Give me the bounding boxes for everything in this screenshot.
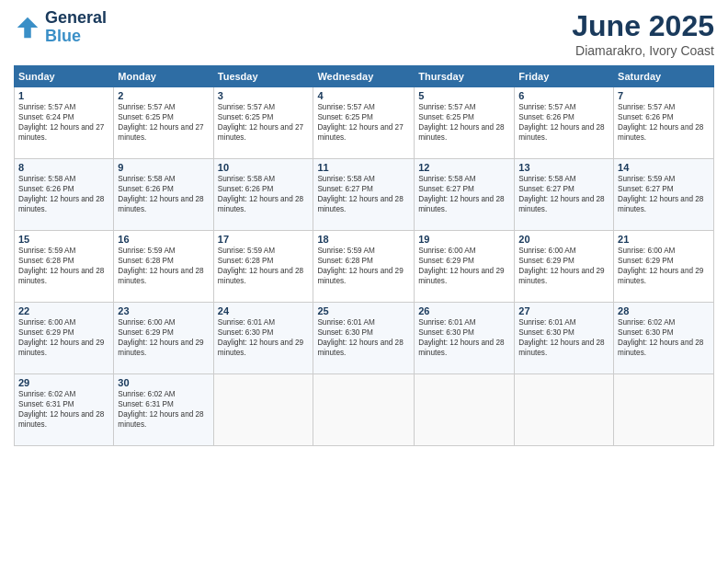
location: Diamarakro, Ivory Coast (572, 43, 714, 58)
day-cell-10: 10 Sunrise: 5:58 AM Sunset: 6:26 PM Dayl… (213, 159, 313, 231)
day-info: Sunrise: 5:58 AM Sunset: 6:27 PM Dayligh… (317, 174, 410, 214)
title-section: June 2025 Diamarakro, Ivory Coast (572, 9, 714, 58)
day-info: Sunrise: 6:00 AM Sunset: 6:29 PM Dayligh… (418, 246, 510, 286)
day-info: Sunrise: 5:57 AM Sunset: 6:25 PM Dayligh… (418, 102, 510, 143)
day-info: Sunrise: 5:58 AM Sunset: 6:27 PM Dayligh… (418, 174, 510, 214)
day-number: 1 (18, 90, 109, 101)
day-info: Sunrise: 5:57 AM Sunset: 6:25 PM Dayligh… (317, 102, 410, 143)
logo-icon (14, 14, 41, 41)
day-info: Sunrise: 5:57 AM Sunset: 6:26 PM Dayligh… (618, 102, 710, 143)
empty-cell (313, 374, 415, 446)
day-cell-2: 2 Sunrise: 5:57 AM Sunset: 6:25 PM Dayli… (114, 87, 213, 159)
day-number: 21 (618, 234, 710, 245)
day-number: 18 (317, 234, 410, 245)
day-cell-12: 12 Sunrise: 5:58 AM Sunset: 6:27 PM Dayl… (415, 159, 515, 231)
day-number: 7 (618, 90, 710, 101)
page: General Blue June 2025 Diamarakro, Ivory… (0, 0, 728, 563)
day-info: Sunrise: 5:58 AM Sunset: 6:26 PM Dayligh… (18, 174, 109, 214)
svg-marker-0 (17, 17, 39, 39)
empty-cell (614, 374, 714, 446)
day-cell-30: 30 Sunrise: 6:02 AM Sunset: 6:31 PM Dayl… (114, 374, 213, 446)
day-info: Sunrise: 5:59 AM Sunset: 6:27 PM Dayligh… (618, 174, 710, 214)
day-info: Sunrise: 6:00 AM Sunset: 6:29 PM Dayligh… (518, 246, 609, 286)
day-cell-27: 27 Sunrise: 6:01 AM Sunset: 6:30 PM Dayl… (515, 303, 614, 374)
col-friday: Friday (515, 66, 614, 87)
day-cell-28: 28 Sunrise: 6:02 AM Sunset: 6:30 PM Dayl… (614, 303, 714, 374)
day-info: Sunrise: 5:57 AM Sunset: 6:24 PM Dayligh… (18, 102, 109, 143)
calendar-row-5: 29 Sunrise: 6:02 AM Sunset: 6:31 PM Dayl… (15, 374, 714, 446)
day-cell-29: 29 Sunrise: 6:02 AM Sunset: 6:31 PM Dayl… (15, 374, 114, 446)
day-info: Sunrise: 6:01 AM Sunset: 6:30 PM Dayligh… (218, 317, 310, 358)
day-cell-24: 24 Sunrise: 6:01 AM Sunset: 6:30 PM Dayl… (213, 303, 313, 374)
day-info: Sunrise: 6:01 AM Sunset: 6:30 PM Dayligh… (518, 317, 609, 358)
day-cell-9: 9 Sunrise: 5:58 AM Sunset: 6:26 PM Dayli… (114, 159, 213, 231)
day-number: 19 (418, 234, 510, 245)
day-cell-26: 26 Sunrise: 6:01 AM Sunset: 6:30 PM Dayl… (415, 303, 515, 374)
day-cell-15: 15 Sunrise: 5:59 AM Sunset: 6:28 PM Dayl… (15, 231, 114, 303)
header: General Blue June 2025 Diamarakro, Ivory… (14, 9, 714, 58)
day-number: 6 (518, 90, 609, 101)
empty-cell (213, 374, 313, 446)
day-cell-1: 1 Sunrise: 5:57 AM Sunset: 6:24 PM Dayli… (15, 87, 114, 159)
col-sunday: Sunday (15, 66, 114, 87)
logo-text: General Blue (45, 9, 107, 46)
day-number: 27 (518, 305, 609, 316)
day-info: Sunrise: 6:01 AM Sunset: 6:30 PM Dayligh… (317, 317, 410, 358)
col-saturday: Saturday (614, 66, 714, 87)
day-number: 13 (518, 162, 609, 173)
day-cell-6: 6 Sunrise: 5:57 AM Sunset: 6:26 PM Dayli… (515, 87, 614, 159)
day-cell-22: 22 Sunrise: 6:00 AM Sunset: 6:29 PM Dayl… (15, 303, 114, 374)
logo: General Blue (14, 9, 107, 46)
day-number: 3 (218, 90, 310, 101)
day-info: Sunrise: 6:02 AM Sunset: 6:31 PM Dayligh… (118, 389, 209, 430)
day-info: Sunrise: 5:58 AM Sunset: 6:27 PM Dayligh… (518, 174, 609, 214)
day-number: 20 (518, 234, 609, 245)
day-cell-16: 16 Sunrise: 5:59 AM Sunset: 6:28 PM Dayl… (114, 231, 213, 303)
day-cell-14: 14 Sunrise: 5:59 AM Sunset: 6:27 PM Dayl… (614, 159, 714, 231)
month-title: June 2025 (572, 9, 714, 43)
day-number: 24 (218, 305, 310, 316)
empty-cell (515, 374, 614, 446)
day-cell-17: 17 Sunrise: 5:59 AM Sunset: 6:28 PM Dayl… (213, 231, 313, 303)
day-cell-19: 19 Sunrise: 6:00 AM Sunset: 6:29 PM Dayl… (415, 231, 515, 303)
day-number: 9 (118, 162, 209, 173)
day-cell-20: 20 Sunrise: 6:00 AM Sunset: 6:29 PM Dayl… (515, 231, 614, 303)
day-cell-4: 4 Sunrise: 5:57 AM Sunset: 6:25 PM Dayli… (313, 87, 415, 159)
day-info: Sunrise: 6:02 AM Sunset: 6:31 PM Dayligh… (18, 389, 109, 430)
day-info: Sunrise: 5:59 AM Sunset: 6:28 PM Dayligh… (218, 246, 310, 286)
day-number: 26 (418, 305, 510, 316)
day-number: 8 (18, 162, 109, 173)
day-number: 10 (218, 162, 310, 173)
day-info: Sunrise: 6:00 AM Sunset: 6:29 PM Dayligh… (18, 317, 109, 358)
day-cell-18: 18 Sunrise: 5:59 AM Sunset: 6:28 PM Dayl… (313, 231, 415, 303)
day-cell-5: 5 Sunrise: 5:57 AM Sunset: 6:25 PM Dayli… (415, 87, 515, 159)
day-number: 28 (618, 305, 710, 316)
day-info: Sunrise: 5:58 AM Sunset: 6:26 PM Dayligh… (218, 174, 310, 214)
day-info: Sunrise: 5:59 AM Sunset: 6:28 PM Dayligh… (118, 246, 209, 286)
day-number: 22 (18, 305, 109, 316)
day-cell-13: 13 Sunrise: 5:58 AM Sunset: 6:27 PM Dayl… (515, 159, 614, 231)
calendar-table: Sunday Monday Tuesday Wednesday Thursday… (14, 65, 714, 446)
day-number: 17 (218, 234, 310, 245)
calendar-row-3: 15 Sunrise: 5:59 AM Sunset: 6:28 PM Dayl… (15, 231, 714, 303)
day-info: Sunrise: 5:59 AM Sunset: 6:28 PM Dayligh… (18, 246, 109, 286)
calendar-header-row: Sunday Monday Tuesday Wednesday Thursday… (15, 66, 714, 87)
day-cell-23: 23 Sunrise: 6:00 AM Sunset: 6:29 PM Dayl… (114, 303, 213, 374)
day-info: Sunrise: 5:57 AM Sunset: 6:25 PM Dayligh… (118, 102, 209, 143)
day-number: 29 (18, 377, 109, 388)
day-number: 15 (18, 234, 109, 245)
day-info: Sunrise: 6:00 AM Sunset: 6:29 PM Dayligh… (618, 246, 710, 286)
day-cell-21: 21 Sunrise: 6:00 AM Sunset: 6:29 PM Dayl… (614, 231, 714, 303)
calendar-row-1: 1 Sunrise: 5:57 AM Sunset: 6:24 PM Dayli… (15, 87, 714, 159)
day-cell-7: 7 Sunrise: 5:57 AM Sunset: 6:26 PM Dayli… (614, 87, 714, 159)
day-number: 11 (317, 162, 410, 173)
day-number: 14 (618, 162, 710, 173)
day-info: Sunrise: 6:01 AM Sunset: 6:30 PM Dayligh… (418, 317, 510, 358)
day-cell-25: 25 Sunrise: 6:01 AM Sunset: 6:30 PM Dayl… (313, 303, 415, 374)
day-number: 25 (317, 305, 410, 316)
col-monday: Monday (114, 66, 213, 87)
col-wednesday: Wednesday (313, 66, 415, 87)
calendar-row-2: 8 Sunrise: 5:58 AM Sunset: 6:26 PM Dayli… (15, 159, 714, 231)
day-cell-11: 11 Sunrise: 5:58 AM Sunset: 6:27 PM Dayl… (313, 159, 415, 231)
day-info: Sunrise: 6:02 AM Sunset: 6:30 PM Dayligh… (618, 317, 710, 358)
